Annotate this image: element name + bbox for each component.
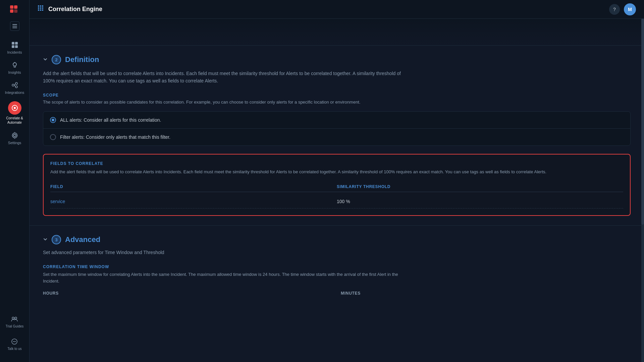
- svg-point-20: [13, 134, 16, 137]
- svg-point-11: [13, 63, 16, 66]
- svg-rect-31: [40, 7, 41, 9]
- scrollbar-thumb: [641, 19, 644, 225]
- fields-table-header: FIELD SIMILARITY THRESHOLD: [50, 182, 623, 192]
- svg-rect-8: [15, 42, 18, 45]
- svg-rect-35: [42, 9, 43, 11]
- svg-line-17: [14, 85, 15, 86]
- svg-rect-32: [42, 7, 43, 9]
- incidents-label: Incidents: [7, 50, 22, 54]
- field-header: FIELD: [50, 184, 337, 189]
- advanced-subtitle: Set advanced parameters for Time Window …: [43, 250, 631, 255]
- scope-radio-group: ALL alerts: Consider all alerts for this…: [43, 111, 631, 146]
- correlation-time-window-label: CORRELATION TIME WINDOW: [43, 264, 631, 269]
- svg-rect-1: [14, 5, 17, 9]
- scope-option-all[interactable]: ALL alerts: Consider all alerts for this…: [43, 112, 630, 129]
- integrations-icon: [11, 81, 19, 89]
- table-row: service 100 %: [50, 195, 623, 208]
- talk-to-us-label: Talk to us: [7, 347, 21, 351]
- sidebar-toggle-button[interactable]: [10, 21, 19, 31]
- sidebar-item-settings[interactable]: Settings: [0, 128, 29, 148]
- scope-all-radio[interactable]: [50, 117, 56, 123]
- app-logo: [9, 4, 21, 16]
- topbar-grid-icon: [38, 5, 44, 13]
- fields-to-correlate-desc: Add the alert fields that will be used t…: [50, 169, 623, 175]
- svg-point-22: [15, 317, 17, 319]
- integrations-label: Integrations: [5, 90, 24, 95]
- svg-rect-0: [10, 5, 13, 9]
- correlate-label: Correlate &Automate: [6, 116, 23, 125]
- trial-guides-label: Trial Guides: [6, 324, 24, 328]
- definition-number: 2: [52, 55, 61, 64]
- svg-point-24: [13, 341, 14, 342]
- correlate-icon-wrapper: [8, 101, 21, 115]
- definition-section: 2 Definition Add the alert fields that w…: [30, 46, 644, 226]
- advanced-chevron[interactable]: [43, 237, 48, 243]
- main-content[interactable]: 2 Definition Add the alert fields that w…: [30, 19, 644, 362]
- advanced-number: 3: [52, 235, 61, 244]
- threshold-value: 100 %: [337, 199, 623, 204]
- advanced-section: 3 Advanced Set advanced parameters for T…: [30, 226, 644, 309]
- svg-rect-5: [12, 26, 17, 26]
- svg-line-16: [14, 84, 15, 85]
- svg-rect-30: [38, 7, 39, 9]
- svg-rect-34: [40, 9, 41, 11]
- svg-rect-2: [10, 9, 13, 13]
- sidebar-item-insights[interactable]: Insights: [0, 58, 29, 78]
- svg-rect-10: [15, 45, 18, 48]
- scope-option-filter[interactable]: Filter alerts: Consider only alerts that…: [43, 129, 630, 145]
- sidebar-item-incidents[interactable]: Incidents: [0, 38, 29, 58]
- definition-chevron[interactable]: [43, 57, 48, 63]
- correlation-time-window-desc: Set the maximum time window for correlat…: [43, 271, 412, 284]
- talk-to-us-icon: [10, 338, 18, 346]
- hours-input-group: HOURS: [43, 291, 333, 296]
- svg-rect-7: [12, 42, 14, 45]
- help-button[interactable]: ?: [609, 4, 620, 15]
- fields-to-correlate-title: FIELDS TO CORRELATE: [50, 161, 623, 166]
- svg-rect-29: [42, 5, 43, 7]
- svg-rect-3: [14, 9, 17, 13]
- scope-all-label: ALL alerts: Consider all alerts for this…: [60, 117, 161, 123]
- sidebar: Incidents Insights Integrations: [0, 0, 30, 362]
- definition-description: Add the alert fields that will be used t…: [43, 70, 412, 85]
- advanced-title: Advanced: [65, 235, 100, 244]
- sidebar-bottom: Trial Guides Talk to us: [6, 312, 24, 358]
- minutes-label: MINUTES: [341, 291, 631, 296]
- scope-filter-label: Filter alerts: Consider only alerts that…: [60, 134, 170, 140]
- svg-point-19: [14, 107, 16, 109]
- svg-rect-6: [12, 27, 17, 28]
- scroll-area: 2 Definition Add the alert fields that w…: [30, 19, 644, 309]
- topbar-right: ? M: [609, 3, 636, 15]
- svg-rect-27: [38, 5, 39, 7]
- scope-description: The scope of alerts to consider as possi…: [43, 100, 631, 105]
- sidebar-item-trial-guides[interactable]: Trial Guides: [6, 312, 24, 331]
- insights-icon: [11, 61, 19, 69]
- sidebar-item-talk-to-us[interactable]: Talk to us: [6, 334, 24, 354]
- settings-icon: [11, 131, 19, 139]
- svg-rect-33: [38, 9, 39, 11]
- svg-point-26: [15, 341, 16, 342]
- scope-label: SCOPE: [43, 93, 631, 98]
- svg-point-14: [15, 82, 17, 84]
- advanced-header: 3 Advanced: [43, 235, 631, 244]
- insights-label: Insights: [8, 70, 21, 74]
- top-fade-section: [30, 19, 644, 46]
- threshold-header: SIMILARITY THRESHOLD: [337, 184, 623, 189]
- minutes-input-group: MINUTES: [341, 291, 631, 296]
- svg-point-13: [12, 84, 14, 86]
- user-avatar[interactable]: M: [624, 3, 636, 15]
- scrollbar[interactable]: [641, 19, 644, 362]
- svg-point-15: [15, 86, 17, 88]
- definition-title: Definition: [65, 55, 99, 64]
- sidebar-item-integrations[interactable]: Integrations: [0, 78, 29, 98]
- definition-header: 2 Definition: [43, 55, 631, 64]
- sidebar-item-correlate[interactable]: Correlate &Automate: [0, 98, 29, 128]
- scope-filter-radio[interactable]: [50, 134, 56, 140]
- svg-rect-9: [12, 45, 14, 48]
- trial-guides-icon: [10, 315, 18, 323]
- svg-point-21: [12, 317, 14, 319]
- topbar: Correlation Engine ? M: [30, 0, 644, 19]
- field-value: service: [50, 199, 337, 204]
- time-inputs: HOURS MINUTES: [43, 291, 631, 296]
- topbar-title: Correlation Engine: [48, 6, 102, 13]
- svg-rect-4: [12, 24, 17, 25]
